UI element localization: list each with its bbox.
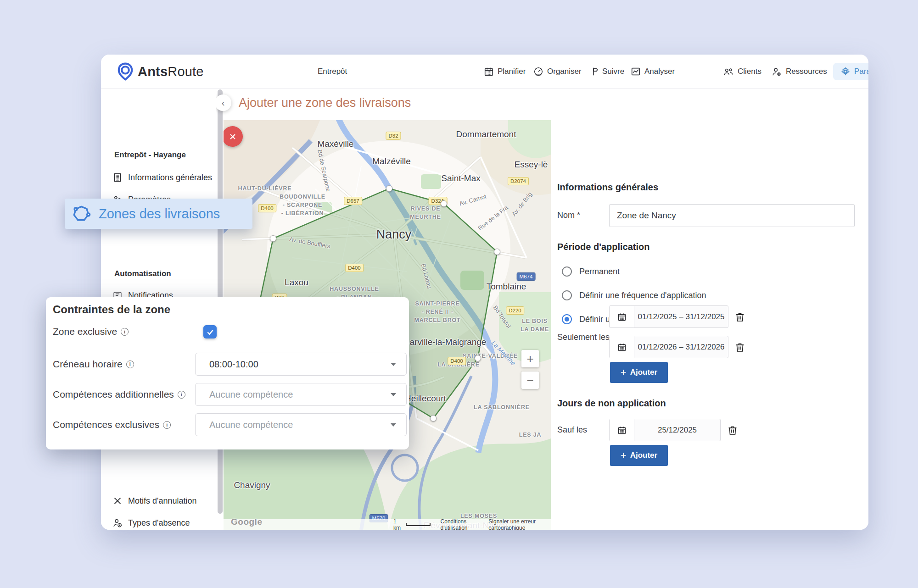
competences-additionnelles-label: Compétences additionnellesi xyxy=(53,389,185,400)
nav-analyser[interactable]: Analyser xyxy=(631,55,675,89)
map-label: Nancy xyxy=(376,227,412,242)
info-icon[interactable]: i xyxy=(121,328,129,336)
nav-clients[interactable]: Clients xyxy=(723,55,761,89)
info-icon[interactable]: i xyxy=(163,421,171,429)
people-icon xyxy=(723,67,734,77)
warehouse-label: Entrepôt xyxy=(318,55,347,89)
close-icon xyxy=(228,132,237,141)
competences-exclusives-label: Compétences exclusivesi xyxy=(53,419,171,430)
sidebar-item-types-absence[interactable]: Types d'absence xyxy=(112,518,190,528)
delete-date-2-button[interactable] xyxy=(734,342,745,353)
x-icon xyxy=(112,496,123,506)
sidebar-item-zones-livraisons-highlight[interactable]: Zones des livraisons xyxy=(65,199,252,229)
map-label: Laxou xyxy=(285,277,308,288)
zone-exclusive-checkbox[interactable] xyxy=(203,325,217,338)
nav-suivre[interactable]: Suivre xyxy=(588,55,624,89)
map-label: SAINTE-VALDRÉE xyxy=(463,352,518,360)
antsroute-logo-icon xyxy=(117,62,134,81)
delete-except-date-button[interactable] xyxy=(727,425,738,436)
map-label: LA SABLONNIÈRE xyxy=(474,403,530,411)
map-label: Av. Carnot xyxy=(459,193,487,207)
map-label: Chavigny xyxy=(234,480,270,490)
radio-frequence[interactable]: Définir une fréquence d'application xyxy=(562,290,706,300)
name-label: Nom * xyxy=(557,211,580,220)
info-icon[interactable]: i xyxy=(178,391,185,399)
road-badge: M674 xyxy=(517,272,536,281)
contraintes-modal: Contraintes de la zone Zone exclusivei C… xyxy=(46,297,409,449)
sidebar-section-entrepot: Entrepôt - Hayange xyxy=(114,150,186,160)
calendar-icon xyxy=(610,306,634,327)
map-zoom-out-button[interactable]: − xyxy=(521,372,539,389)
person-x-icon xyxy=(112,518,123,528)
trash-icon xyxy=(727,425,738,436)
creneau-horaire-select[interactable]: 08:00-10:00 xyxy=(195,353,407,376)
map-label: Bd Lobau xyxy=(420,263,433,289)
plus-icon: + xyxy=(621,366,627,378)
map-scale-label: 1 km xyxy=(393,518,402,530)
map-label: Malzéville xyxy=(372,156,410,166)
map-terms-link[interactable]: Conditions d'utilisation xyxy=(441,518,481,530)
competences-additionnelles-select[interactable]: Aucune compétence xyxy=(195,383,407,406)
map-label: La Meurthe xyxy=(490,339,517,367)
sidebar-item-informations-generales[interactable]: Informations générales xyxy=(112,172,212,183)
zone-exclusive-label: Zone exclusivei xyxy=(53,326,129,337)
except-date-field[interactable]: 25/12/2025 xyxy=(609,419,721,441)
road-badge: D2074 xyxy=(508,177,529,185)
app-logo[interactable]: AntsRoute xyxy=(117,55,204,89)
check-icon xyxy=(206,328,214,336)
map-label: Av. de Boufflers xyxy=(289,236,331,250)
map-label: LE BOIS LA DAME xyxy=(521,317,549,333)
map-report-link[interactable]: Signaler une erreur cartographique xyxy=(488,518,551,530)
nav-parametres-active[interactable]: Paramètres xyxy=(833,63,868,80)
map-label: Dommartemont xyxy=(456,129,516,139)
nav-planifier[interactable]: Planifier xyxy=(484,55,526,89)
map-label: SAINT-PIERRE - RENÉ II - MARCEL BROT xyxy=(414,300,461,324)
nav-organiser[interactable]: Organiser xyxy=(533,55,582,89)
plus-icon: + xyxy=(621,449,627,461)
back-button[interactable]: ‹ xyxy=(215,94,231,111)
road-badge: D32 xyxy=(386,132,401,140)
road-badge: D32A xyxy=(429,197,448,205)
map-label: Bd Tolstoï xyxy=(492,304,513,329)
building-icon xyxy=(112,172,123,183)
radio-icon xyxy=(562,266,572,277)
name-input[interactable]: Zone de Nancy xyxy=(609,204,855,227)
map-label: HAUT-DU-LIÈVRE xyxy=(238,184,292,193)
road-badge: D400 xyxy=(258,204,276,212)
map-label: Maxéville xyxy=(317,139,353,149)
map-label: RIVES DE MEURTHE xyxy=(410,205,441,221)
map-scale-bar xyxy=(406,523,431,526)
calendar-icon xyxy=(610,336,634,358)
road-badge: D400 xyxy=(448,357,466,365)
date-range-field-1[interactable]: 01/12/2025 – 31/12/2025 xyxy=(609,305,728,328)
chevron-down-icon xyxy=(391,393,396,396)
delete-date-1-button[interactable] xyxy=(734,311,745,322)
add-period-button[interactable]: +Ajouter xyxy=(610,362,668,383)
signpost-icon xyxy=(588,67,599,77)
sidebar-section-automatisation: Automatisation xyxy=(114,269,171,278)
section-jours-non-application: Jours de non application xyxy=(557,398,666,409)
app-window: AntsRoute Entrepôt Hayange Planifier Org… xyxy=(101,55,868,530)
radio-icon-selected xyxy=(562,314,572,324)
map-label: Heillecourt xyxy=(405,394,446,404)
modal-title: Contraintes de la zone xyxy=(53,303,170,316)
map-label: Tomblaine xyxy=(487,282,526,292)
map-label: BOUDONVILLE - SCARPONE - LIBÉRATION xyxy=(280,193,325,217)
gauge-icon xyxy=(533,67,543,77)
person-gear-icon xyxy=(771,67,782,77)
add-except-day-button[interactable]: +Ajouter xyxy=(610,445,668,466)
gear-icon xyxy=(840,67,851,77)
nav-ressources[interactable]: Ressources xyxy=(771,55,827,89)
radio-permanent[interactable]: Permanent xyxy=(562,266,620,277)
section-periode-application: Période d'application xyxy=(557,242,649,252)
creneau-horaire-label: Créneau horairei xyxy=(53,359,134,370)
date-range-field-2[interactable]: 01/12/2026 – 31/12/2026 xyxy=(609,336,728,358)
competences-exclusives-select[interactable]: Aucune compétence xyxy=(195,413,407,436)
map-zoom-in-button[interactable]: + xyxy=(521,350,539,367)
map-label: LA SABLIÈRE xyxy=(437,361,480,369)
sidebar-item-motifs-annulation[interactable]: Motifs d'annulation xyxy=(112,496,197,506)
info-icon[interactable]: i xyxy=(126,361,134,368)
calendar-icon xyxy=(610,419,634,441)
map-label: Bd de Scarpone xyxy=(316,149,332,192)
calendar-icon xyxy=(484,67,494,77)
